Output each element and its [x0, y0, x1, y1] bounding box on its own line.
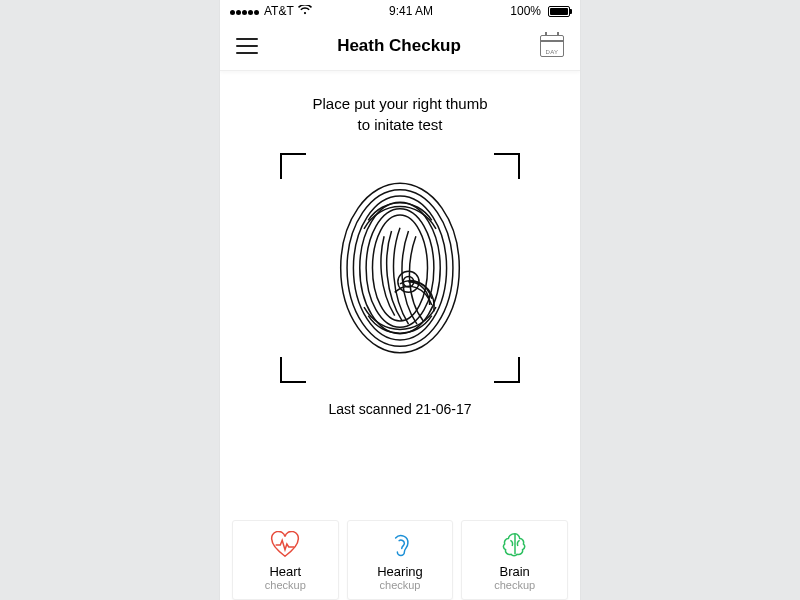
scan-corner-icon [494, 153, 520, 179]
card-label: Brain [500, 565, 530, 579]
hearing-checkup-card[interactable]: Hearing checkup [347, 520, 454, 600]
card-label: Hearing [377, 565, 423, 579]
fingerprint-icon [335, 178, 465, 358]
calendar-icon[interactable]: DAY [540, 35, 564, 57]
clock-label: 9:41 AM [389, 4, 433, 18]
card-label: Heart [269, 565, 301, 579]
heart-checkup-card[interactable]: Heart checkup [232, 520, 339, 600]
fingerprint-scan-area[interactable] [280, 153, 520, 383]
app-header: Heath Checkup DAY [220, 22, 580, 71]
card-sublabel: checkup [494, 579, 535, 591]
phone-frame: AT&T 9:41 AM 100% Heath Checkup DAY Plac… [220, 0, 580, 600]
brain-icon [500, 531, 530, 559]
card-sublabel: checkup [380, 579, 421, 591]
svg-point-4 [366, 209, 434, 328]
battery-percent-label: 100% [510, 4, 541, 18]
wifi-icon [298, 4, 312, 18]
card-sublabel: checkup [265, 579, 306, 591]
calendar-day-label: DAY [541, 49, 563, 55]
main-content: Place put your right thumb to initate te… [220, 71, 580, 510]
last-scanned-text: Last scanned 21-06-17 [328, 401, 471, 417]
heart-icon [270, 531, 300, 559]
page-title: Heath Checkup [337, 36, 461, 56]
carrier-label: AT&T [264, 4, 294, 18]
signal-dots-icon [230, 4, 260, 18]
brain-checkup-card[interactable]: Brain checkup [461, 520, 568, 600]
battery-icon [545, 6, 570, 17]
scan-corner-icon [280, 153, 306, 179]
ear-icon [385, 531, 415, 559]
status-bar: AT&T 9:41 AM 100% [220, 0, 580, 22]
menu-icon[interactable] [236, 38, 258, 54]
svg-point-1 [347, 190, 453, 347]
checkup-cards: Heart checkup Hearing checkup Brain chec… [220, 510, 580, 600]
scan-corner-icon [494, 357, 520, 383]
scan-corner-icon [280, 357, 306, 383]
instruction-text: Place put your right thumb to initate te… [312, 93, 487, 135]
